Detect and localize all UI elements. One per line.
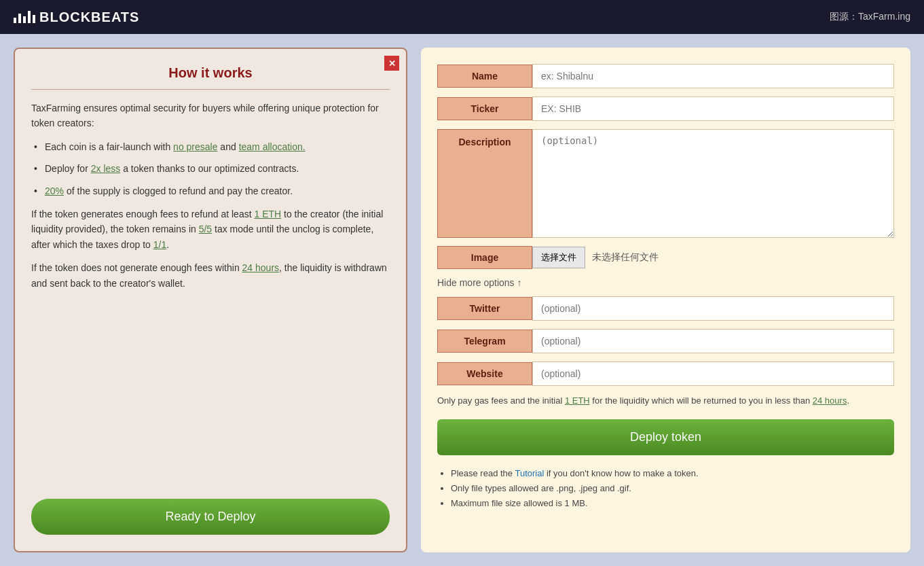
deploy-token-button[interactable]: Deploy token	[437, 419, 894, 455]
panel-body: TaxFarming ensures optimal security for …	[31, 101, 390, 485]
feature-list: Each coin is a fair-launch with no presa…	[31, 139, 390, 198]
1eth-link-1[interactable]: 1 ETH	[254, 209, 281, 219]
image-row: Image 选择文件 未选择任何文件	[437, 246, 894, 269]
paragraph-1: If the token generates enough fees to re…	[31, 207, 390, 252]
panel-divider	[31, 89, 390, 90]
logo-text: BLOCKBEATS	[39, 10, 139, 25]
hide-options-toggle[interactable]: Hide more options ↑	[437, 277, 894, 288]
paragraph-2: If the token does not generate enough fe…	[31, 260, 390, 291]
main-content: ✕ How it works TaxFarming ensures optima…	[0, 34, 924, 566]
team-allocation-link[interactable]: team allocation.	[239, 141, 306, 152]
logo-bar-4	[28, 11, 31, 23]
telegram-label: Telegram	[437, 330, 532, 353]
tutorial-link[interactable]: Tutorial	[515, 468, 544, 478]
1-1-link[interactable]: 1/1	[153, 239, 166, 250]
name-row: Name	[437, 64, 894, 88]
description-row: Description	[437, 129, 894, 238]
top-bar: BLOCKBEATS 图源：TaxFarm.ing	[0, 0, 924, 34]
bullet-3: 20% of the supply is clogged to refund a…	[31, 183, 390, 198]
left-panel: ✕ How it works TaxFarming ensures optima…	[14, 48, 407, 552]
no-file-text: 未选择任何文件	[592, 251, 659, 264]
1eth-link-2[interactable]: 1 ETH	[565, 395, 590, 406]
twitter-row: Twitter	[437, 296, 894, 321]
no-presale-link[interactable]: no presale	[173, 141, 217, 152]
bottom-note: Only pay gas fees and the initial 1 ETH …	[437, 394, 894, 408]
logo-icon	[14, 11, 35, 23]
telegram-input[interactable]	[532, 329, 894, 353]
5-5-link[interactable]: 5/5	[199, 224, 212, 234]
bullet-note-3: Maximum file size allowed is 1 MB.	[451, 496, 894, 511]
twitter-input[interactable]	[532, 296, 894, 321]
website-label: Website	[437, 362, 532, 385]
intro-text: TaxFarming ensures optimal security for …	[31, 101, 390, 131]
website-input[interactable]	[532, 361, 894, 386]
name-label: Name	[437, 65, 532, 88]
ticker-row: Ticker	[437, 96, 894, 121]
logo-bar-1	[14, 18, 16, 23]
image-label: Image	[437, 246, 532, 269]
ticker-input[interactable]	[532, 96, 894, 121]
website-row: Website	[437, 361, 894, 386]
2x-less-link[interactable]: 2x less	[91, 163, 121, 174]
name-input[interactable]	[532, 64, 894, 88]
20-percent-link[interactable]: 20%	[45, 185, 64, 196]
twitter-label: Twitter	[437, 297, 532, 320]
attribution: 图源：TaxFarm.ing	[830, 11, 910, 23]
logo-bar-2	[18, 14, 21, 23]
24hours-link[interactable]: 24 hours	[242, 262, 279, 273]
bullet-notes: Please read the Tutorial if you don't kn…	[437, 466, 894, 511]
logo: BLOCKBEATS	[14, 10, 139, 25]
ready-to-deploy-button[interactable]: Ready to Deploy	[31, 499, 390, 535]
ticker-label: Ticker	[437, 97, 532, 120]
24hours-link-2[interactable]: 24 hours	[813, 395, 847, 406]
logo-bar-3	[23, 16, 26, 23]
logo-bar-5	[33, 15, 35, 23]
bullet-1: Each coin is a fair-launch with no presa…	[31, 139, 390, 154]
choose-file-button[interactable]: 选择文件	[532, 247, 585, 268]
bullet-2: Deploy for 2x less a token thanks to our…	[31, 161, 390, 176]
description-input[interactable]	[532, 129, 894, 238]
description-label: Description	[437, 129, 532, 238]
close-button[interactable]: ✕	[384, 56, 399, 71]
bullet-note-1: Please read the Tutorial if you don't kn…	[451, 466, 894, 481]
panel-title: How it works	[31, 65, 390, 81]
right-panel: Name Ticker Description Image 选择文件 未选择任何…	[421, 48, 910, 552]
bullet-note-2: Only file types allowed are .png, .jpeg …	[451, 481, 894, 496]
telegram-row: Telegram	[437, 329, 894, 353]
